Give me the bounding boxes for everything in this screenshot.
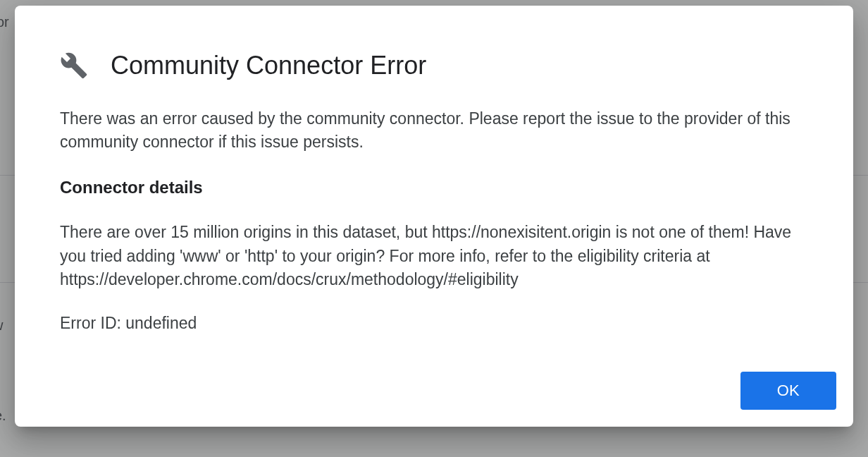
dialog-body: There was an error caused by the communi… (60, 107, 808, 335)
dialog-title: Community Connector Error (111, 51, 426, 80)
dialog-header: Community Connector Error (60, 51, 808, 80)
wrench-icon (60, 51, 88, 80)
error-intro-text: There was an error caused by the communi… (60, 107, 808, 154)
error-dialog: Community Connector Error There was an e… (15, 6, 853, 427)
ok-button[interactable]: OK (740, 372, 836, 410)
connector-details-heading: Connector details (60, 176, 808, 200)
error-id-text: Error ID: undefined (60, 312, 808, 335)
dialog-footer: OK (15, 366, 853, 427)
dialog-content: Community Connector Error There was an e… (15, 6, 853, 366)
error-detail-text: There are over 15 million origins in thi… (60, 221, 808, 291)
modal-overlay: Community Connector Error There was an e… (0, 0, 868, 457)
